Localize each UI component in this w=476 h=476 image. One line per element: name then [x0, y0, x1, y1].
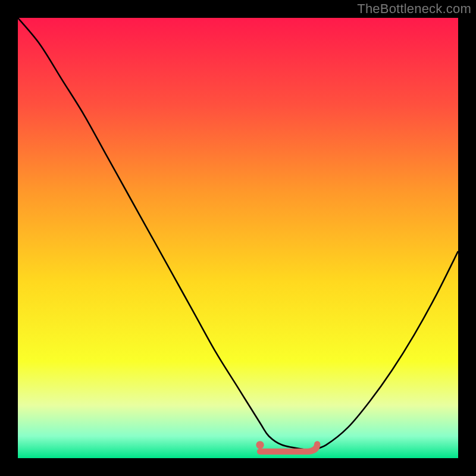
curve-marker	[256, 441, 264, 449]
bottleneck-chart	[18, 18, 458, 458]
chart-frame: TheBottleneck.com	[0, 0, 476, 476]
chart-svg	[18, 18, 458, 458]
chart-background	[18, 18, 458, 458]
attribution-label: TheBottleneck.com	[357, 1, 471, 17]
